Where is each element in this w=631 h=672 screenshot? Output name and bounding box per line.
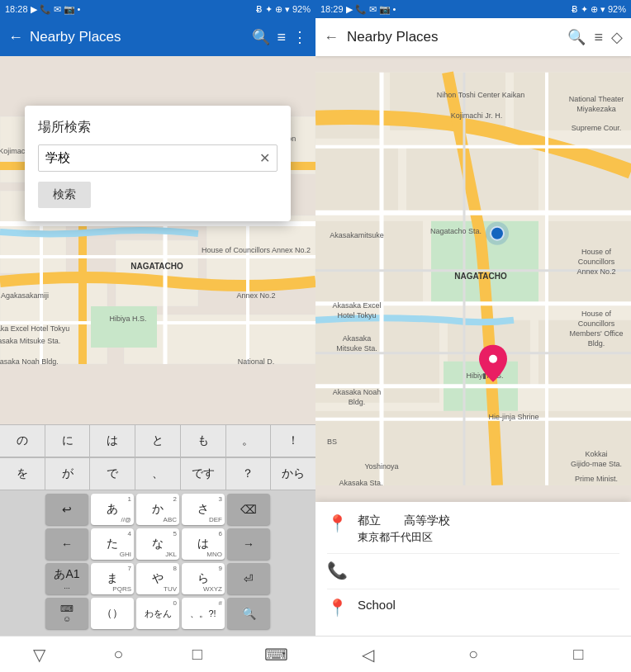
- svg-text:House of: House of: [581, 310, 612, 318]
- type-pin-icon: 📍: [327, 598, 348, 618]
- left-msg-icon: ✉: [54, 4, 61, 15]
- key-search[interactable]: 🔍: [227, 598, 270, 629]
- sug-exclaim[interactable]: ！: [271, 425, 316, 457]
- key-left[interactable]: ←: [45, 528, 88, 560]
- key-ma[interactable]: ま7PQRS: [91, 563, 134, 594]
- left-recent-nav[interactable]: □: [158, 637, 237, 672]
- sug-de[interactable]: で: [90, 458, 135, 490]
- kb-row-1: ↩ あ1//@ か2ABC さ3DEF ⌫: [2, 494, 314, 525]
- left-wifi-icon: ✦: [265, 4, 273, 15]
- svg-text:Members' Office: Members' Office: [569, 329, 623, 338]
- right-back-nav[interactable]: ◁: [316, 637, 420, 672]
- right-map-area[interactable]: Nihon Toshi Center Kaikan Kojimachi Jr. …: [316, 56, 631, 502]
- phone-row: 📞: [327, 561, 619, 580]
- left-keyboard-nav[interactable]: ⌨: [237, 637, 316, 672]
- left-panel: 18:28 ▶ 📞 ✉ 📷 • Ƀ ✦ ⊕ ▾ 92% ← Nearby Pla…: [0, 0, 316, 672]
- svg-text:Akasaka Sta.: Akasaka Sta.: [339, 479, 382, 487]
- sug-ga[interactable]: が: [45, 458, 91, 490]
- right-play-icon: ▶: [346, 4, 353, 15]
- key-newline[interactable]: ⏎: [227, 563, 270, 594]
- left-search-icon[interactable]: 🔍: [252, 28, 270, 46]
- svg-text:Miyakezaka: Miyakezaka: [576, 105, 616, 113]
- left-back-nav[interactable]: ▽: [0, 637, 79, 672]
- phone-icon: 📞: [327, 561, 348, 580]
- left-signal-icon: ▾: [285, 4, 290, 15]
- key-ha[interactable]: は6MNO: [182, 528, 225, 560]
- sug-comma[interactable]: 、: [135, 458, 181, 490]
- svg-text:Akasaka: Akasaka: [343, 334, 372, 343]
- svg-text:Gijido-mae Sta.: Gijido-mae Sta.: [571, 460, 622, 468]
- place-row: 📍 都立 高等学校 東京都千代田区: [327, 512, 619, 546]
- svg-text:Kokkai: Kokkai: [585, 450, 607, 458]
- sug-wo[interactable]: を: [0, 458, 45, 490]
- svg-text:Akasaka Mitsuke Sta.: Akasaka Mitsuke Sta.: [0, 337, 60, 345]
- right-nav-icon[interactable]: ◇: [611, 28, 623, 46]
- search-dialog: 場所検索 ✕ 検索: [25, 106, 291, 221]
- svg-text:Hibiya H.S.: Hibiya H.S.: [109, 315, 146, 323]
- keyboard-suggestion-row-2: を が で 、 です ？ から: [0, 457, 316, 490]
- sug-desu[interactable]: です: [181, 458, 226, 490]
- svg-text:Kojimachi Jr. H.: Kojimachi Jr. H.: [451, 111, 503, 120]
- svg-text:Mitsuke Sta.: Mitsuke Sta.: [336, 344, 377, 353]
- svg-text:National Theater: National Theater: [569, 95, 624, 103]
- left-menu-icon[interactable]: ⋮: [292, 28, 307, 46]
- key-ka[interactable]: か2ABC: [136, 494, 179, 525]
- right-wifi-icon: ✦: [581, 4, 588, 15]
- right-search-icon[interactable]: 🔍: [567, 28, 586, 46]
- search-button[interactable]: 検索: [38, 182, 91, 208]
- key-paren[interactable]: （）: [91, 598, 134, 629]
- left-phone-icon: 📞: [40, 4, 51, 15]
- left-loc-icon: ⊕: [275, 4, 282, 15]
- left-back-icon[interactable]: ←: [8, 29, 23, 46]
- left-filter-icon[interactable]: ≡: [277, 29, 286, 46]
- sug-period[interactable]: 。: [226, 425, 272, 457]
- sug-mo[interactable]: も: [181, 425, 226, 457]
- left-time: 18:28: [5, 4, 28, 14]
- key-right[interactable]: →: [227, 528, 270, 560]
- right-top-bar: ← Nearby Places 🔍 ≡ ◇: [316, 18, 631, 56]
- key-punct[interactable]: 、。?!#: [182, 598, 225, 629]
- key-a[interactable]: あ1//@: [91, 494, 134, 525]
- svg-text:Hotel Tokyu: Hotel Tokyu: [338, 311, 377, 319]
- sug-ni[interactable]: に: [45, 425, 91, 457]
- svg-text:Councillors: Councillors: [578, 319, 615, 328]
- place-info: 都立 高等学校 東京都千代田区: [358, 512, 450, 546]
- keyboard-area: の に は と も 。 ！ を が で 、 です ？ から ↩ あ1//@: [0, 424, 316, 636]
- right-recent-nav[interactable]: □: [526, 637, 631, 672]
- left-home-nav[interactable]: ○: [79, 637, 159, 672]
- svg-text:House of: House of: [581, 248, 612, 256]
- key-ra[interactable]: ら9WXYZ: [182, 563, 225, 594]
- key-na[interactable]: な5JKL: [136, 528, 179, 560]
- key-backspace[interactable]: ⌫: [227, 494, 270, 525]
- right-msg-icon: ✉: [369, 4, 377, 15]
- key-mode[interactable]: あA1...: [45, 563, 88, 594]
- key-enter[interactable]: ↩: [45, 494, 88, 525]
- svg-text:Prime Minist.: Prime Minist.: [575, 475, 618, 483]
- sug-to[interactable]: と: [135, 425, 181, 457]
- search-input[interactable]: [39, 146, 253, 170]
- right-filter-icon[interactable]: ≡: [594, 29, 603, 46]
- right-bt-icon: Ƀ: [572, 4, 578, 15]
- sug-ha[interactable]: は: [90, 425, 135, 457]
- sug-no[interactable]: の: [0, 425, 45, 457]
- right-dot: •: [393, 4, 396, 14]
- key-ya[interactable]: や8TUV: [136, 563, 179, 594]
- sug-q[interactable]: ？: [226, 458, 272, 490]
- svg-point-81: [489, 355, 497, 363]
- svg-rect-28: [316, 147, 398, 213]
- svg-text:Supreme Cour.: Supreme Cour.: [572, 124, 622, 132]
- right-back-icon[interactable]: ←: [324, 29, 339, 46]
- right-time: 18:29: [320, 4, 344, 14]
- place-type: School: [358, 596, 396, 615]
- sug-kara[interactable]: から: [271, 458, 316, 490]
- key-waon[interactable]: わをん0: [136, 598, 179, 629]
- key-emoji[interactable]: ⌨☺: [45, 598, 88, 629]
- right-home-nav[interactable]: ○: [420, 637, 525, 672]
- left-top-bar: ← Nearby Places 🔍 ≡ ⋮: [0, 18, 316, 56]
- keyboard-rows: ↩ あ1//@ か2ABC さ3DEF ⌫ ← た4GHI な5: [0, 490, 316, 636]
- svg-text:Hie-jinja Shrine: Hie-jinja Shrine: [488, 413, 538, 421]
- svg-point-79: [486, 222, 509, 245]
- key-ta[interactable]: た4GHI: [91, 528, 134, 560]
- key-sa[interactable]: さ3DEF: [182, 494, 225, 525]
- search-clear-button[interactable]: ✕: [253, 145, 277, 171]
